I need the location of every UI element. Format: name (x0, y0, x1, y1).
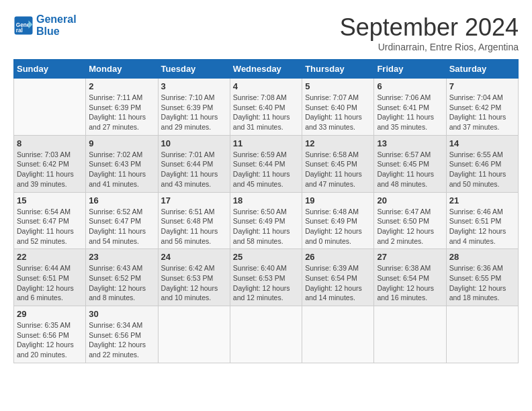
day-number: 12 (305, 138, 371, 148)
table-row: 26Sunrise: 6:39 AMSunset: 6:54 PMDayligh… (302, 249, 374, 306)
header-monday: Monday (86, 60, 158, 79)
table-row (14, 79, 86, 136)
day-info: Sunrise: 7:03 AMSunset: 6:42 PMDaylight:… (17, 150, 83, 189)
day-number: 7 (449, 81, 515, 91)
day-number: 10 (161, 138, 227, 148)
logo-line1: General (36, 13, 77, 26)
day-info: Sunrise: 6:40 AMSunset: 6:53 PMDaylight:… (233, 263, 299, 303)
calendar-table: Sunday Monday Tuesday Wednesday Thursday… (13, 59, 519, 363)
day-info: Sunrise: 6:47 AMSunset: 6:50 PMDaylight:… (377, 207, 443, 246)
day-info: Sunrise: 6:58 AMSunset: 6:45 PMDaylight:… (305, 150, 371, 189)
table-row: 6Sunrise: 7:06 AMSunset: 6:41 PMDaylight… (374, 79, 446, 136)
day-info: Sunrise: 7:01 AMSunset: 6:44 PMDaylight:… (161, 150, 227, 189)
day-number: 8 (17, 138, 83, 148)
logo-icon: Gene ral (13, 15, 34, 36)
header-friday: Friday (374, 60, 446, 79)
table-row: 19Sunrise: 6:48 AMSunset: 6:49 PMDayligh… (302, 192, 374, 249)
table-row: 11Sunrise: 6:59 AMSunset: 6:44 PMDayligh… (230, 135, 302, 192)
day-info: Sunrise: 6:35 AMSunset: 6:56 PMDaylight:… (17, 320, 83, 360)
table-row (302, 306, 374, 363)
day-info: Sunrise: 6:52 AMSunset: 6:47 PMDaylight:… (89, 207, 154, 246)
day-number: 5 (305, 81, 371, 91)
day-number: 28 (449, 252, 515, 262)
day-number: 6 (377, 81, 443, 91)
day-info: Sunrise: 7:07 AMSunset: 6:40 PMDaylight:… (305, 93, 371, 132)
day-number: 3 (161, 81, 227, 91)
day-number: 26 (305, 252, 371, 262)
day-info: Sunrise: 7:02 AMSunset: 6:43 PMDaylight:… (89, 150, 154, 189)
svg-text:ral: ral (16, 27, 23, 33)
table-row: 24Sunrise: 6:42 AMSunset: 6:53 PMDayligh… (158, 249, 230, 306)
header-sunday: Sunday (14, 60, 86, 79)
table-row: 16Sunrise: 6:52 AMSunset: 6:47 PMDayligh… (86, 192, 158, 249)
day-info: Sunrise: 6:34 AMSunset: 6:56 PMDaylight:… (89, 320, 154, 360)
day-number: 24 (161, 252, 227, 262)
table-row: 7Sunrise: 7:04 AMSunset: 6:42 PMDaylight… (446, 79, 518, 136)
title-block: September 2024 Urdinarrain, Entre Rios, … (340, 13, 519, 52)
day-info: Sunrise: 6:51 AMSunset: 6:48 PMDaylight:… (161, 207, 227, 246)
logo: Gene ral General Blue (13, 13, 77, 37)
day-info: Sunrise: 7:11 AMSunset: 6:39 PMDaylight:… (89, 93, 154, 132)
day-number: 20 (377, 195, 443, 205)
header-wednesday: Wednesday (230, 60, 302, 79)
day-number: 4 (233, 81, 299, 91)
day-info: Sunrise: 6:48 AMSunset: 6:49 PMDaylight:… (305, 207, 371, 246)
day-number: 21 (449, 195, 515, 205)
day-info: Sunrise: 6:44 AMSunset: 6:51 PMDaylight:… (17, 263, 83, 303)
day-number: 19 (305, 195, 371, 205)
header-thursday: Thursday (302, 60, 374, 79)
day-number: 22 (17, 252, 83, 262)
day-number: 17 (161, 195, 227, 205)
day-number: 29 (17, 309, 83, 319)
day-info: Sunrise: 6:42 AMSunset: 6:53 PMDaylight:… (161, 263, 227, 303)
table-row: 18Sunrise: 6:50 AMSunset: 6:49 PMDayligh… (230, 192, 302, 249)
table-row: 12Sunrise: 6:58 AMSunset: 6:45 PMDayligh… (302, 135, 374, 192)
table-row: 2Sunrise: 7:11 AMSunset: 6:39 PMDaylight… (86, 79, 158, 136)
table-row: 15Sunrise: 6:54 AMSunset: 6:47 PMDayligh… (14, 192, 86, 249)
day-number: 25 (233, 252, 299, 262)
day-number: 14 (449, 138, 515, 148)
location-subtitle: Urdinarrain, Entre Rios, Argentina (340, 42, 519, 52)
day-info: Sunrise: 6:55 AMSunset: 6:46 PMDaylight:… (449, 150, 515, 189)
day-number: 27 (377, 252, 443, 262)
day-info: Sunrise: 7:10 AMSunset: 6:39 PMDaylight:… (161, 93, 227, 132)
day-number: 11 (233, 138, 299, 148)
day-info: Sunrise: 6:43 AMSunset: 6:52 PMDaylight:… (89, 263, 154, 303)
header-saturday: Saturday (446, 60, 518, 79)
day-number: 16 (89, 195, 154, 205)
day-info: Sunrise: 7:04 AMSunset: 6:42 PMDaylight:… (449, 93, 515, 132)
table-row: 10Sunrise: 7:01 AMSunset: 6:44 PMDayligh… (158, 135, 230, 192)
day-info: Sunrise: 7:06 AMSunset: 6:41 PMDaylight:… (377, 93, 443, 132)
table-row: 29Sunrise: 6:35 AMSunset: 6:56 PMDayligh… (14, 306, 86, 363)
page-header: Gene ral General Blue September 2024 Urd… (13, 13, 519, 52)
day-info: Sunrise: 6:46 AMSunset: 6:51 PMDaylight:… (449, 207, 515, 246)
header-tuesday: Tuesday (158, 60, 230, 79)
day-number: 2 (89, 81, 154, 91)
day-number: 9 (89, 138, 154, 148)
table-row (374, 306, 446, 363)
table-row: 14Sunrise: 6:55 AMSunset: 6:46 PMDayligh… (446, 135, 518, 192)
day-info: Sunrise: 6:57 AMSunset: 6:45 PMDaylight:… (377, 150, 443, 189)
month-title: September 2024 (340, 13, 519, 42)
table-row: 5Sunrise: 7:07 AMSunset: 6:40 PMDaylight… (302, 79, 374, 136)
table-row: 20Sunrise: 6:47 AMSunset: 6:50 PMDayligh… (374, 192, 446, 249)
day-number: 30 (89, 309, 154, 319)
day-info: Sunrise: 6:39 AMSunset: 6:54 PMDaylight:… (305, 263, 371, 303)
table-row: 28Sunrise: 6:36 AMSunset: 6:55 PMDayligh… (446, 249, 518, 306)
table-row: 22Sunrise: 6:44 AMSunset: 6:51 PMDayligh… (14, 249, 86, 306)
logo-line2: Blue (36, 26, 77, 38)
day-info: Sunrise: 6:59 AMSunset: 6:44 PMDaylight:… (233, 150, 299, 189)
day-info: Sunrise: 6:38 AMSunset: 6:54 PMDaylight:… (377, 263, 443, 303)
table-row: 21Sunrise: 6:46 AMSunset: 6:51 PMDayligh… (446, 192, 518, 249)
day-number: 18 (233, 195, 299, 205)
table-row: 9Sunrise: 7:02 AMSunset: 6:43 PMDaylight… (86, 135, 158, 192)
table-row (446, 306, 518, 363)
table-row: 3Sunrise: 7:10 AMSunset: 6:39 PMDaylight… (158, 79, 230, 136)
table-row: 8Sunrise: 7:03 AMSunset: 6:42 PMDaylight… (14, 135, 86, 192)
table-row: 13Sunrise: 6:57 AMSunset: 6:45 PMDayligh… (374, 135, 446, 192)
table-row: 4Sunrise: 7:08 AMSunset: 6:40 PMDaylight… (230, 79, 302, 136)
table-row: 27Sunrise: 6:38 AMSunset: 6:54 PMDayligh… (374, 249, 446, 306)
day-info: Sunrise: 6:50 AMSunset: 6:49 PMDaylight:… (233, 207, 299, 246)
table-row: 23Sunrise: 6:43 AMSunset: 6:52 PMDayligh… (86, 249, 158, 306)
day-info: Sunrise: 7:08 AMSunset: 6:40 PMDaylight:… (233, 93, 299, 132)
